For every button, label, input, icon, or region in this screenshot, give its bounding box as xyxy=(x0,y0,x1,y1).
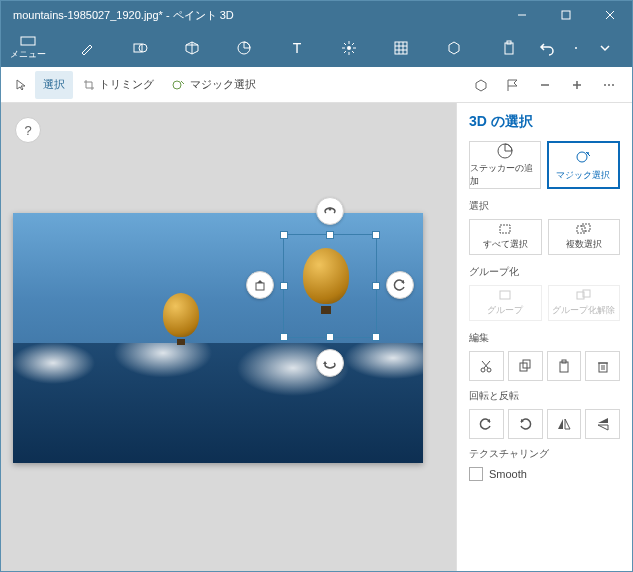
svg-rect-1 xyxy=(562,11,570,19)
history-dropdown-icon[interactable] xyxy=(568,31,584,65)
redo-chevron-icon[interactable] xyxy=(588,31,622,65)
magic-select-panel-button[interactable]: マジック選択 xyxy=(547,141,621,189)
flip-horizontal-button[interactable] xyxy=(547,409,582,439)
resize-handle[interactable] xyxy=(326,333,334,341)
paste-icon[interactable] xyxy=(492,31,526,65)
3d-shapes-icon[interactable] xyxy=(175,31,209,65)
svg-point-45 xyxy=(487,368,491,372)
svg-point-44 xyxy=(481,368,485,372)
crop-button[interactable]: トリミング xyxy=(75,71,162,99)
menu-button[interactable]: メニュー xyxy=(7,36,49,61)
zoom-in-button[interactable] xyxy=(562,71,592,99)
help-button[interactable]: ? xyxy=(15,117,41,143)
resize-handle[interactable] xyxy=(280,282,288,290)
smooth-checkbox[interactable] xyxy=(469,467,483,481)
magic-select-panel-icon xyxy=(574,148,592,166)
menu-icon xyxy=(20,36,36,46)
delete-button[interactable] xyxy=(585,351,620,381)
zoom-out-button[interactable] xyxy=(530,71,560,99)
copy-icon xyxy=(518,359,532,373)
svg-point-25 xyxy=(575,47,577,49)
copy-button[interactable] xyxy=(508,351,543,381)
canvas-icon[interactable] xyxy=(384,31,418,65)
svg-line-16 xyxy=(352,43,354,45)
select-button[interactable]: 選択 xyxy=(35,71,73,99)
z-move-gizmo[interactable] xyxy=(246,271,274,299)
window-title: mountains-1985027_1920.jpg* - ペイント 3D xyxy=(1,8,234,23)
canvas-background xyxy=(13,343,423,463)
paste-button[interactable] xyxy=(547,351,582,381)
mixed-reality-button[interactable] xyxy=(498,71,528,99)
3d-object-balloon-1[interactable] xyxy=(163,293,199,345)
resize-handle[interactable] xyxy=(326,231,334,239)
multi-select-button[interactable]: 複数選択 xyxy=(548,219,621,255)
svg-rect-39 xyxy=(577,226,585,233)
svg-rect-18 xyxy=(395,42,407,54)
svg-rect-4 xyxy=(21,37,35,45)
magic-select-icon xyxy=(172,79,186,91)
svg-point-36 xyxy=(577,152,587,162)
resize-handle[interactable] xyxy=(372,282,380,290)
rotate-left-button[interactable] xyxy=(469,409,504,439)
paste-panel-icon xyxy=(557,359,571,373)
edit-section-label: 編集 xyxy=(469,331,620,345)
ungroup-icon xyxy=(576,289,592,301)
canvas-area[interactable]: ? xyxy=(1,103,456,571)
2d-shapes-icon[interactable] xyxy=(123,31,157,65)
resize-handle[interactable] xyxy=(372,231,380,239)
resize-handle[interactable] xyxy=(280,231,288,239)
rotate-left-icon xyxy=(479,417,493,431)
minimize-button[interactable] xyxy=(500,1,544,29)
delete-icon xyxy=(596,359,610,373)
svg-rect-52 xyxy=(599,363,607,372)
svg-line-14 xyxy=(344,43,346,45)
svg-line-15 xyxy=(352,51,354,53)
selection-box[interactable] xyxy=(283,234,377,338)
select-all-button[interactable]: すべて選択 xyxy=(469,219,542,255)
canvas[interactable] xyxy=(13,213,423,463)
maximize-button[interactable] xyxy=(544,1,588,29)
view-3d-icon xyxy=(474,78,488,92)
cut-button[interactable] xyxy=(469,351,504,381)
menu-label: メニュー xyxy=(10,48,46,61)
cut-icon xyxy=(479,359,493,373)
svg-point-30 xyxy=(604,84,606,86)
undo-icon[interactable] xyxy=(530,31,564,65)
flip-vertical-button[interactable] xyxy=(585,409,620,439)
svg-point-31 xyxy=(608,84,610,86)
multi-select-icon xyxy=(576,223,592,235)
rotate-y-gizmo[interactable] xyxy=(316,349,344,377)
brush-tool-icon[interactable] xyxy=(70,31,104,65)
flip-v-icon xyxy=(596,417,610,431)
svg-rect-41 xyxy=(500,291,510,299)
select-section-label: 選択 xyxy=(469,199,620,213)
rotate-z-gizmo[interactable] xyxy=(386,271,414,299)
pointer-icon xyxy=(15,79,27,91)
text-tool-icon[interactable]: T xyxy=(280,31,314,65)
3d-view-button[interactable] xyxy=(466,71,496,99)
ungroup-button: グループ化解除 xyxy=(548,285,621,321)
svg-point-9 xyxy=(347,46,351,50)
close-button[interactable] xyxy=(588,1,632,29)
effects-icon[interactable] xyxy=(332,31,366,65)
pointer-tool[interactable] xyxy=(9,71,33,99)
more-button[interactable] xyxy=(594,71,624,99)
rotate-right-button[interactable] xyxy=(508,409,543,439)
resize-handle[interactable] xyxy=(372,333,380,341)
panel-title: 3D の選択 xyxy=(469,113,620,131)
add-sticker-button[interactable]: ステッカーの追加 xyxy=(469,141,541,189)
sticker-icon xyxy=(496,142,514,159)
flip-h-icon xyxy=(557,417,571,431)
stickers-icon[interactable] xyxy=(227,31,261,65)
svg-line-17 xyxy=(344,51,346,53)
3d-library-icon[interactable] xyxy=(437,31,471,65)
resize-handle[interactable] xyxy=(280,333,288,341)
svg-rect-40 xyxy=(582,224,590,231)
side-panel: 3D の選択 ステッカーの追加 マジック選択 選択 すべて選択 複数選択 グルー… xyxy=(456,103,632,571)
group-icon xyxy=(498,289,512,301)
rotate-x-gizmo[interactable] xyxy=(316,197,344,225)
magic-select-button[interactable]: マジック選択 xyxy=(164,71,264,99)
svg-point-33 xyxy=(329,208,332,211)
flag-icon xyxy=(506,78,520,92)
svg-point-26 xyxy=(173,81,181,89)
